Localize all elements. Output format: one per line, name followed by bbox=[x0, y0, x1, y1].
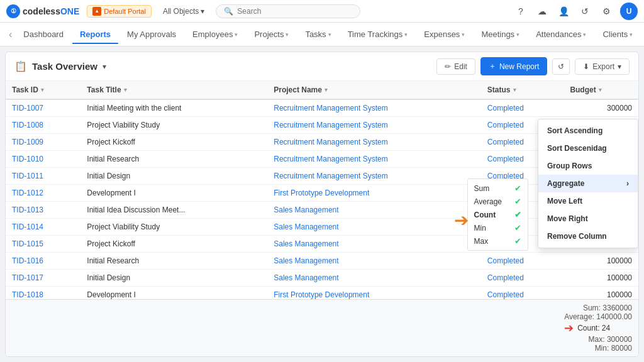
logo-icon: ① bbox=[6, 4, 20, 18]
red-arrow-indicator: ➔ bbox=[564, 321, 574, 335]
submenu-arrow-icon: › bbox=[626, 179, 629, 188]
portal-badge[interactable]: ▲ Default Portal bbox=[87, 5, 152, 18]
nav-meetings[interactable]: Meetings ▾ bbox=[474, 25, 527, 44]
cell-project-name[interactable]: Sales Management bbox=[267, 219, 481, 236]
footer-sum: Sum: 3360000 bbox=[564, 304, 632, 312]
table-container: Task ID▾ Task Title▾ Project Name▾ Statu… bbox=[6, 81, 638, 299]
sort-icon: ▾ bbox=[124, 87, 127, 93]
budget-dropdown: Sort Ascending Sort Descenidag Group Row… bbox=[538, 119, 638, 248]
users-icon[interactable]: 👤 bbox=[556, 4, 571, 19]
move-right-item[interactable]: Move Right bbox=[538, 210, 638, 228]
col-status[interactable]: Status▾ bbox=[481, 81, 564, 99]
cell-project-name[interactable]: Recruitment Management System bbox=[267, 99, 481, 117]
cell-task-id[interactable]: TID-1011 bbox=[6, 168, 80, 185]
cell-project-name[interactable]: First Prototype Development bbox=[267, 287, 481, 300]
cell-task-id[interactable]: TID-1018 bbox=[6, 287, 80, 300]
nav-tasks[interactable]: Tasks ▾ bbox=[297, 25, 338, 44]
cell-task-title: Project Viability Study bbox=[80, 117, 267, 134]
cell-task-title: Initial Meeting with the client bbox=[80, 99, 267, 117]
cell-task-title: Development I bbox=[80, 287, 267, 300]
cell-task-id[interactable]: TID-1010 bbox=[6, 151, 80, 168]
cell-status: Completed bbox=[481, 287, 564, 300]
aggregate-item[interactable]: Aggregate › bbox=[538, 175, 638, 192]
history-icon[interactable]: ↺ bbox=[577, 4, 592, 19]
help-icon[interactable]: ? bbox=[513, 4, 528, 19]
topbar-actions: ? ☁ 👤 ↺ ⚙ U bbox=[513, 3, 638, 20]
search-input[interactable] bbox=[237, 7, 352, 16]
cell-project-name[interactable]: Recruitment Management System bbox=[267, 151, 481, 168]
nav-attendances[interactable]: Attendances ▾ bbox=[528, 25, 594, 44]
cell-project-name[interactable]: Recruitment Management System bbox=[267, 134, 481, 151]
logo-text: codelessONE bbox=[23, 6, 79, 16]
cell-project-name[interactable]: Recruitment Management System bbox=[267, 168, 481, 185]
cell-task-id[interactable]: TID-1015 bbox=[6, 236, 80, 253]
avatar[interactable]: U bbox=[620, 3, 638, 20]
nav-prev-icon[interactable]: ‹ bbox=[6, 29, 14, 40]
plus-icon: ＋ bbox=[489, 61, 496, 72]
cell-task-id[interactable]: TID-1017 bbox=[6, 270, 80, 287]
agg-count-row: Count ✔ bbox=[474, 208, 521, 221]
sort-ascending-item[interactable]: Sort Ascending bbox=[538, 122, 638, 140]
cell-status: Completed bbox=[481, 270, 564, 287]
all-objects-dropdown[interactable]: All Objects ▾ bbox=[159, 6, 208, 17]
cell-task-id[interactable]: TID-1012 bbox=[6, 185, 80, 202]
col-task-title[interactable]: Task Title▾ bbox=[80, 81, 267, 99]
new-report-button[interactable]: ＋ New Report bbox=[480, 57, 547, 75]
nav-dashboard[interactable]: Dashboard bbox=[16, 25, 71, 44]
check-icon: ✔ bbox=[514, 223, 521, 233]
nav-employees[interactable]: Employees ▾ bbox=[185, 25, 245, 44]
cell-project-name[interactable]: First Prototype Development bbox=[267, 185, 481, 202]
chevron-down-icon: ▾ bbox=[235, 31, 238, 38]
cell-task-id[interactable]: TID-1016 bbox=[6, 253, 80, 270]
cell-task-title: Initial Design bbox=[80, 270, 267, 287]
cell-task-id[interactable]: TID-1014 bbox=[6, 219, 80, 236]
cell-project-name[interactable]: Recruitment Management System bbox=[267, 117, 481, 134]
chevron-down-icon: ▾ bbox=[516, 31, 519, 38]
report-actions: ✏ Edit ＋ New Report ↺ ⬇ Export ▾ bbox=[436, 57, 630, 75]
chevron-down-icon: ▾ bbox=[404, 31, 408, 38]
nav-clients[interactable]: Clients ▾ bbox=[595, 25, 640, 44]
chevron-down-icon: ▾ bbox=[583, 31, 586, 38]
search-bar[interactable]: 🔍 bbox=[216, 4, 360, 18]
nav-projects[interactable]: Projects ▾ bbox=[247, 25, 296, 44]
nav-expenses[interactable]: Expenses ▾ bbox=[416, 25, 472, 44]
cell-task-title: Project Viability Study bbox=[80, 219, 267, 236]
settings-icon[interactable]: ⚙ bbox=[599, 4, 614, 19]
report-icon: 📋 bbox=[14, 60, 27, 72]
title-dropdown-icon[interactable]: ▾ bbox=[103, 62, 106, 71]
nav-reports[interactable]: Reports bbox=[72, 25, 118, 44]
cell-status: Completed bbox=[481, 253, 564, 270]
group-rows-item[interactable]: Group Rows bbox=[538, 157, 638, 175]
cell-project-name[interactable]: Sales Management bbox=[267, 253, 481, 270]
cell-budget: 100000 bbox=[564, 287, 638, 300]
col-project-name[interactable]: Project Name▾ bbox=[267, 81, 481, 99]
cloud-icon[interactable]: ☁ bbox=[535, 4, 550, 19]
nav-milestones[interactable]: Milestones ▾ bbox=[641, 25, 644, 44]
nav-time-trackings[interactable]: Time Trackings ▾ bbox=[340, 25, 416, 44]
col-task-id[interactable]: Task ID▾ bbox=[6, 81, 80, 99]
col-budget[interactable]: Budget▾ Sort Ascending Sort Descenidag G… bbox=[564, 81, 638, 99]
cell-task-id[interactable]: TID-1009 bbox=[6, 134, 80, 151]
nav-my-approvals[interactable]: My Approvals bbox=[119, 25, 184, 44]
agg-min-row: Min ✔ bbox=[474, 221, 521, 234]
cell-task-id[interactable]: TID-1008 bbox=[6, 117, 80, 134]
top-bar: ① codelessONE ▲ Default Portal All Objec… bbox=[0, 0, 644, 23]
remove-column-item[interactable]: Remove Column bbox=[538, 228, 638, 245]
export-icon: ⬇ bbox=[583, 62, 589, 71]
sort-descending-item[interactable]: Sort Descenidag bbox=[538, 140, 638, 157]
chevron-down-icon: ▾ bbox=[462, 31, 465, 38]
check-icon: ✔ bbox=[514, 210, 521, 219]
report-title: Task Overview bbox=[32, 61, 97, 72]
cell-project-name[interactable]: Sales Management bbox=[267, 270, 481, 287]
refresh-button[interactable]: ↺ bbox=[552, 58, 570, 75]
edit-button[interactable]: ✏ Edit bbox=[436, 58, 475, 75]
footer-average: Average: 140000.00 bbox=[564, 312, 632, 321]
move-left-item[interactable]: Move Left bbox=[538, 192, 638, 210]
cell-task-id[interactable]: TID-1013 bbox=[6, 202, 80, 219]
export-button[interactable]: ⬇ Export ▾ bbox=[575, 58, 630, 75]
cell-project-name[interactable]: Sales Management bbox=[267, 236, 481, 253]
cell-task-id[interactable]: TID-1007 bbox=[6, 99, 80, 117]
edit-icon: ✏ bbox=[445, 62, 451, 71]
sort-icon: ▾ bbox=[325, 87, 328, 93]
cell-project-name[interactable]: Sales Management bbox=[267, 202, 481, 219]
